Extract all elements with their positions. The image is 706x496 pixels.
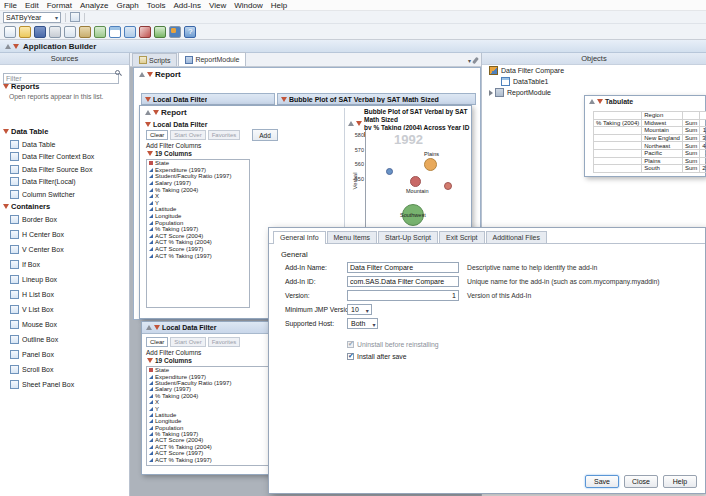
source-item[interactable]: Sheet Panel Box — [0, 377, 129, 392]
source-item[interactable]: Scroll Box — [0, 362, 129, 377]
column-item[interactable]: Salary (1997) — [147, 180, 249, 187]
add-button[interactable]: Add — [252, 129, 278, 141]
red-triangle-menu-icon[interactable] — [147, 151, 153, 156]
graph-builder-icon[interactable] — [154, 26, 166, 38]
collapse-up-icon[interactable] — [145, 110, 151, 115]
tab-additional-files[interactable]: Additional Files — [486, 231, 547, 243]
column-item[interactable]: Student/Faculty Ratio (1997) — [147, 173, 249, 180]
source-item[interactable]: Data Filter Context Box — [0, 150, 129, 163]
uninstall-checkbox[interactable] — [347, 341, 354, 348]
field-input[interactable] — [347, 262, 459, 273]
source-item[interactable]: Outline Box — [0, 332, 129, 347]
tab-general-info[interactable]: General Info — [273, 231, 326, 244]
expand-arrow-icon[interactable] — [489, 90, 493, 96]
red-triangle-menu-icon[interactable] — [356, 121, 362, 126]
column-item[interactable]: ACT % Taking (2004) — [147, 239, 249, 246]
undo-icon[interactable] — [94, 26, 106, 38]
column-item[interactable]: ACT Score (1997) — [147, 246, 249, 253]
field-input[interactable] — [347, 290, 459, 301]
collapse-up-icon[interactable] — [589, 99, 595, 104]
filter-columns-list[interactable]: State Expenditure (1997) Student/Faculty… — [146, 366, 280, 466]
column-item[interactable]: ACT % Taking (1997) — [147, 456, 279, 462]
tree-item-data-filter-compare[interactable]: Data Filter Compare — [482, 65, 706, 76]
red-triangle-menu-icon[interactable] — [153, 110, 159, 115]
menu-item[interactable]: Analyze — [76, 0, 112, 11]
start-over-button[interactable]: Start Over — [170, 337, 205, 347]
filter-input[interactable] — [3, 73, 119, 84]
fit-y-by-x-icon[interactable] — [139, 26, 151, 38]
source-item[interactable]: Column Switcher — [0, 188, 129, 201]
local-data-filter-titlebar[interactable]: Local Data Filter — [141, 93, 275, 105]
source-item[interactable]: H Center Box — [0, 227, 129, 242]
source-item[interactable]: H List Box — [0, 287, 129, 302]
min-jmp-version-select[interactable]: 10 — [347, 304, 372, 315]
column-item[interactable]: % Taking (1997) — [147, 226, 249, 233]
column-item[interactable]: X — [147, 193, 249, 200]
section-containers[interactable]: Containers — [0, 200, 129, 212]
save-button[interactable]: Save — [585, 475, 619, 488]
section-data-table[interactable]: Data Table — [0, 126, 129, 138]
source-item[interactable]: Lineup Box — [0, 272, 129, 287]
source-item[interactable]: Data Table — [0, 138, 129, 151]
tab-scripts[interactable]: Scripts — [132, 53, 177, 66]
red-triangle-menu-icon[interactable] — [13, 44, 19, 49]
tree-item-datatable1[interactable]: DataTable1 — [482, 76, 706, 87]
data-table-icon[interactable] — [109, 26, 121, 38]
column-item[interactable]: Expenditure (1997) — [147, 167, 249, 174]
column-item[interactable]: Population — [147, 219, 249, 226]
supported-host-select[interactable]: Both — [347, 318, 378, 329]
column-item[interactable]: ACT Score (2004) — [147, 233, 249, 240]
collapse-up-icon[interactable] — [348, 121, 354, 126]
install-after-save-checkbox[interactable] — [347, 353, 354, 360]
column-item[interactable]: Y — [147, 200, 249, 207]
open-icon[interactable] — [19, 26, 31, 38]
save-icon[interactable] — [34, 26, 46, 38]
menu-item[interactable]: File — [0, 0, 21, 11]
clear-button[interactable]: Clear — [146, 337, 168, 347]
tab-exit-script[interactable]: Exit Script — [439, 231, 485, 243]
bubble-plot-icon[interactable] — [169, 26, 181, 38]
copy-icon[interactable] — [64, 26, 76, 38]
start-over-button[interactable]: Start Over — [170, 130, 205, 140]
menu-item[interactable]: Add-Ins — [169, 0, 205, 11]
menu-item[interactable]: Help — [267, 0, 291, 11]
print-icon[interactable] — [49, 26, 61, 38]
source-item[interactable]: V List Box — [0, 302, 129, 317]
paste-icon[interactable] — [79, 26, 91, 38]
source-item[interactable]: Data Filter Source Box — [0, 163, 129, 176]
source-item[interactable]: V Center Box — [0, 242, 129, 257]
column-item[interactable]: ACT % Taking (1997) — [147, 252, 249, 259]
source-item[interactable]: Panel Box — [0, 347, 129, 362]
menu-item[interactable]: Format — [43, 0, 76, 11]
favorites-button[interactable]: Favorites — [208, 130, 241, 140]
source-item[interactable]: If Box — [0, 257, 129, 272]
column-item[interactable]: State — [147, 160, 249, 167]
red-triangle-menu-icon[interactable] — [147, 72, 153, 77]
distribution-icon[interactable] — [124, 26, 136, 38]
menu-item[interactable]: Edit — [21, 0, 43, 11]
help-icon[interactable] — [184, 26, 196, 38]
local-data-filter-titlebar[interactable]: Local Data Filter — [142, 322, 283, 334]
chevron-down-icon[interactable]: ▾ — [468, 57, 471, 64]
pin-icon[interactable] — [472, 57, 479, 64]
bubble-plot-titlebar[interactable]: Bubble Plot of SAT Verbal by SAT Math Si… — [277, 93, 476, 105]
column-item[interactable]: Latitude — [147, 206, 249, 213]
red-triangle-menu-icon[interactable] — [597, 99, 603, 104]
column-item[interactable]: % Taking (2004) — [147, 186, 249, 193]
source-item[interactable]: Border Box — [0, 212, 129, 227]
tab-startup-script[interactable]: Start-Up Script — [378, 231, 438, 243]
menu-item[interactable]: Window — [230, 0, 266, 11]
tab-reportmodule[interactable]: ReportModule — [178, 52, 246, 66]
clear-button[interactable]: Clear — [146, 130, 168, 140]
source-item[interactable]: Mouse Box — [0, 317, 129, 332]
red-triangle-menu-icon[interactable] — [147, 358, 153, 363]
favorites-button[interactable]: Favorites — [208, 337, 241, 347]
source-item[interactable]: Data Filter(Local) — [0, 175, 129, 188]
script-combo[interactable]: SATByYear ▾ — [3, 12, 61, 23]
field-input[interactable] — [347, 276, 459, 287]
filter-columns-list[interactable]: State Expenditure (1997) Student/Faculty… — [146, 159, 250, 308]
close-button[interactable]: Close — [624, 475, 658, 488]
menu-item[interactable]: Graph — [113, 0, 143, 11]
run-script-icon[interactable] — [70, 12, 80, 22]
menu-item[interactable]: Tools — [143, 0, 170, 11]
